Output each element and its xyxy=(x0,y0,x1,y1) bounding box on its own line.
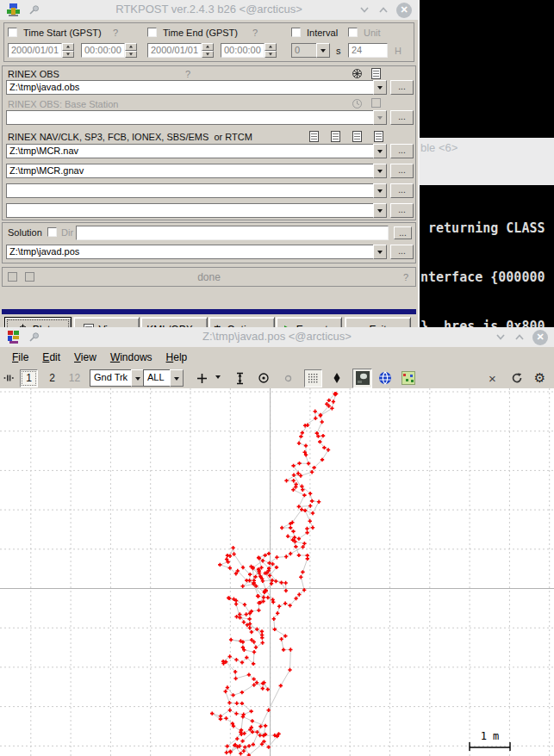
document-icon[interactable] xyxy=(309,131,319,142)
chevron-down-icon[interactable] xyxy=(373,164,387,178)
toolbar-handle[interactable] xyxy=(3,373,14,383)
nav-file-browse-button-1[interactable]: ... xyxy=(390,144,414,158)
time-start-time-spinner[interactable] xyxy=(125,43,137,58)
terminal-window: ble <6> returning CLASS nterface {000000… xyxy=(420,0,554,327)
document-icon[interactable] xyxy=(331,131,340,142)
fit-center-button[interactable] xyxy=(254,369,272,387)
document-icon[interactable] xyxy=(374,131,383,142)
close-icon[interactable]: ✕ xyxy=(396,3,412,18)
menu-file[interactable]: File xyxy=(7,350,34,365)
time-start-checkbox[interactable] xyxy=(8,28,17,37)
nav-file-browse-button-3[interactable]: ... xyxy=(390,183,414,198)
maximize-icon[interactable] xyxy=(514,333,526,341)
document-icon[interactable] xyxy=(371,68,381,79)
chevron-down-icon[interactable] xyxy=(373,80,387,95)
nav-file-select-3[interactable] xyxy=(6,183,387,198)
solution-1-button[interactable]: 1 xyxy=(20,369,38,387)
desktop: ble <6> returning CLASS nterface {000000… xyxy=(0,0,554,756)
menu-view[interactable]: View xyxy=(69,350,102,365)
rinex-obs-label: RINEX OBS xyxy=(8,69,59,79)
chevron-down-icon[interactable] xyxy=(373,203,387,218)
solution-dir-checkbox[interactable] xyxy=(47,227,57,237)
unit-suffix-label: H xyxy=(395,46,401,56)
unit-checkbox[interactable] xyxy=(348,28,358,37)
gnd-trk-canvas[interactable]: 1 m xyxy=(0,388,554,756)
interval-select[interactable]: 0 xyxy=(291,43,330,58)
time-end-time-field[interactable]: 00:00:00 xyxy=(221,43,265,58)
solution-file-browse-button[interactable]: ... xyxy=(390,245,414,259)
square-icon[interactable] xyxy=(371,98,381,108)
nav-file-select-4[interactable] xyxy=(6,203,387,218)
time-start-date-field[interactable]: 2000/01/01 xyxy=(8,43,62,58)
base-station-label: RINEX OBS: Base Station xyxy=(8,99,118,109)
shade-window-icon[interactable] xyxy=(358,6,370,14)
rinex-obs-browse-button[interactable]: ... xyxy=(390,80,414,95)
center-origin-menu-button[interactable] xyxy=(213,369,223,387)
chevron-down-icon[interactable] xyxy=(373,110,387,125)
time-end-help[interactable]: ? xyxy=(252,28,258,38)
clear-button[interactable]: × xyxy=(483,369,501,387)
chevron-down-icon[interactable] xyxy=(170,369,184,387)
center-origin-button[interactable] xyxy=(193,369,211,387)
plot-type-select[interactable]: Gnd Trk xyxy=(90,369,138,387)
nav-file-browse-button-2[interactable]: ... xyxy=(390,164,414,178)
google-map-button[interactable] xyxy=(399,369,417,387)
menu-windows[interactable]: Windows xyxy=(105,350,158,365)
rinex-obs-select[interactable]: Z:\tmp\javad.obs xyxy=(6,80,387,95)
plot-options-button[interactable]: ⚙ xyxy=(531,369,549,387)
satellite-filter-select[interactable]: ALL xyxy=(143,369,184,387)
time-end-date-field[interactable]: 2000/01/01 xyxy=(147,43,202,58)
chevron-down-icon[interactable] xyxy=(373,183,387,198)
time-end-date-spinner[interactable] xyxy=(202,43,214,58)
menu-edit[interactable]: Edit xyxy=(37,350,65,365)
small-circle-button[interactable] xyxy=(279,369,297,387)
status-help[interactable]: ? xyxy=(403,272,408,282)
compass-icon[interactable] xyxy=(352,68,363,79)
menu-help[interactable]: Help xyxy=(161,350,193,365)
maximize-icon[interactable] xyxy=(377,6,389,14)
nav-file-browse-button-4[interactable]: ... xyxy=(390,203,414,218)
time-start-date-spinner[interactable] xyxy=(62,43,74,58)
chevron-down-icon[interactable] xyxy=(373,245,387,259)
time-end-time-spinner[interactable] xyxy=(265,43,277,58)
solution-dir-browse-button[interactable]: ... xyxy=(394,226,412,239)
rtkplot-titlebar[interactable]: Z:\tmp\javad.pos <@arcticus> ✕ xyxy=(0,327,554,347)
globe-icon xyxy=(378,371,392,385)
solution-2-button[interactable]: 2 xyxy=(43,369,61,387)
diamond-icon xyxy=(332,372,342,384)
refresh-button[interactable] xyxy=(507,369,526,387)
time-panel: Time Start (GPST) ? Time End (GPST) ? In… xyxy=(3,22,414,62)
nav-file-select-2[interactable]: Z:\tmp\MCR.gnav xyxy=(6,164,387,178)
clock-icon[interactable] xyxy=(352,98,363,109)
circle-icon xyxy=(284,375,292,382)
center-mark-button[interactable] xyxy=(327,369,345,387)
time-start-help[interactable]: ? xyxy=(113,28,118,38)
close-x-icon: × xyxy=(489,371,496,386)
progress-bar xyxy=(2,309,416,314)
time-start-time-field[interactable]: 00:00:00 xyxy=(81,43,125,58)
solution-dir-field[interactable] xyxy=(76,226,389,240)
fit-vertical-icon xyxy=(234,372,246,385)
time-end-checkbox[interactable] xyxy=(147,28,157,37)
base-station-browse-button[interactable]: ... xyxy=(390,110,414,125)
unit-label: Unit xyxy=(364,28,381,38)
plot-toolbar: 1 2 12 Gnd Trk ALL xyxy=(0,368,554,388)
document-icon[interactable] xyxy=(352,131,362,142)
window-title: RTKPOST ver.2.4.3 b26 <@arcticus> xyxy=(0,3,418,15)
nav-file-select-1[interactable]: Z:\tmp\MCR.nav xyxy=(6,144,387,158)
shade-window-icon[interactable] xyxy=(495,333,507,341)
solution-file-select[interactable]: Z:\tmp\javad.pos xyxy=(6,245,387,259)
grid-toggle-button[interactable] xyxy=(304,369,322,387)
base-station-select[interactable] xyxy=(6,110,387,125)
rinex-obs-help[interactable]: ? xyxy=(185,69,190,79)
unit-value-field[interactable]: 24 xyxy=(348,43,388,58)
google-earth-button[interactable] xyxy=(376,369,394,387)
close-icon[interactable]: ✕ xyxy=(532,330,548,345)
map-image-toggle-button[interactable] xyxy=(352,369,372,388)
fit-vertical-button[interactable] xyxy=(231,369,249,387)
solution-12-button[interactable]: 12 xyxy=(65,369,84,387)
rtkpost-titlebar[interactable]: RTKPOST ver.2.4.3 b26 <@arcticus> ✕ xyxy=(0,0,418,20)
chevron-down-icon[interactable] xyxy=(316,43,330,58)
interval-checkbox[interactable] xyxy=(291,28,301,37)
chevron-down-icon[interactable] xyxy=(373,144,387,158)
